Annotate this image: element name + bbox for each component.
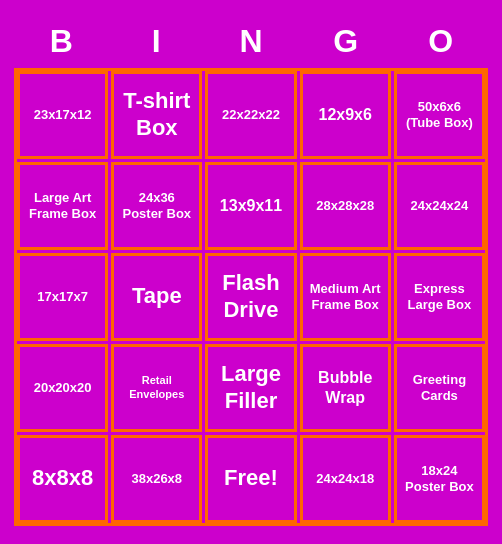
bingo-letter-b: B (14, 19, 109, 64)
bingo-cell-text-r0-c3: 12x9x6 (319, 105, 372, 124)
bingo-cell-r1-c3[interactable]: 28x28x28 (300, 162, 391, 250)
bingo-cell-r2-c2[interactable]: Flash Drive (205, 253, 296, 341)
bingo-cell-r1-c4[interactable]: 24x24x24 (394, 162, 485, 250)
bingo-cell-text-r1-c0: Large Art Frame Box (24, 190, 101, 221)
bingo-cell-text-r1-c2: 13x9x11 (220, 196, 282, 215)
bingo-cell-r0-c3[interactable]: 12x9x6 (300, 71, 391, 159)
bingo-cell-r1-c1[interactable]: 24x36 Poster Box (111, 162, 202, 250)
bingo-cell-text-r0-c4: 50x6x6 (Tube Box) (401, 99, 478, 130)
bingo-cell-r2-c4[interactable]: Express Large Box (394, 253, 485, 341)
bingo-grid: 23x17x12T-shirt Box22x22x2212x9x650x6x6 … (14, 68, 488, 526)
bingo-cell-text-r2-c3: Medium Art Frame Box (307, 281, 384, 312)
bingo-cell-r2-c3[interactable]: Medium Art Frame Box (300, 253, 391, 341)
bingo-cell-r0-c4[interactable]: 50x6x6 (Tube Box) (394, 71, 485, 159)
bingo-header: BINGO (14, 19, 488, 64)
bingo-cell-text-r3-c1: Retail Envelopes (118, 374, 195, 400)
bingo-cell-r0-c1[interactable]: T-shirt Box (111, 71, 202, 159)
bingo-cell-r3-c4[interactable]: Greeting Cards (394, 344, 485, 432)
bingo-cell-text-r3-c2: Large Filler (212, 361, 289, 414)
bingo-cell-r4-c0[interactable]: 8x8x8 (17, 435, 108, 523)
bingo-cell-text-r1-c1: 24x36 Poster Box (118, 190, 195, 221)
bingo-cell-text-r2-c0: 17x17x7 (37, 289, 88, 305)
bingo-cell-text-r4-c0: 8x8x8 (32, 465, 93, 491)
bingo-cell-r4-c2[interactable]: Free! (205, 435, 296, 523)
bingo-cell-r3-c1[interactable]: Retail Envelopes (111, 344, 202, 432)
bingo-cell-r1-c2[interactable]: 13x9x11 (205, 162, 296, 250)
bingo-cell-text-r3-c3: Bubble Wrap (307, 368, 384, 406)
bingo-cell-r4-c1[interactable]: 38x26x8 (111, 435, 202, 523)
bingo-cell-text-r0-c1: T-shirt Box (118, 88, 195, 141)
bingo-cell-text-r2-c1: Tape (132, 283, 182, 309)
bingo-letter-i: I (109, 19, 204, 64)
bingo-cell-r2-c1[interactable]: Tape (111, 253, 202, 341)
bingo-cell-text-r1-c4: 24x24x24 (410, 198, 468, 214)
bingo-cell-text-r4-c2: Free! (224, 465, 278, 491)
bingo-cell-r0-c0[interactable]: 23x17x12 (17, 71, 108, 159)
bingo-cell-text-r4-c1: 38x26x8 (131, 471, 182, 487)
bingo-cell-r1-c0[interactable]: Large Art Frame Box (17, 162, 108, 250)
bingo-card: BINGO 23x17x12T-shirt Box22x22x2212x9x65… (6, 11, 496, 534)
bingo-cell-text-r2-c2: Flash Drive (212, 270, 289, 323)
bingo-letter-n: N (204, 19, 299, 64)
bingo-cell-text-r0-c2: 22x22x22 (222, 107, 280, 123)
bingo-letter-g: G (298, 19, 393, 64)
bingo-cell-r3-c2[interactable]: Large Filler (205, 344, 296, 432)
bingo-cell-r3-c3[interactable]: Bubble Wrap (300, 344, 391, 432)
bingo-cell-r4-c3[interactable]: 24x24x18 (300, 435, 391, 523)
bingo-letter-o: O (393, 19, 488, 64)
bingo-cell-text-r3-c0: 20x20x20 (34, 380, 92, 396)
bingo-cell-r4-c4[interactable]: 18x24 Poster Box (394, 435, 485, 523)
bingo-cell-text-r4-c4: 18x24 Poster Box (401, 463, 478, 494)
bingo-cell-text-r4-c3: 24x24x18 (316, 471, 374, 487)
bingo-cell-r3-c0[interactable]: 20x20x20 (17, 344, 108, 432)
bingo-cell-r0-c2[interactable]: 22x22x22 (205, 71, 296, 159)
bingo-cell-text-r1-c3: 28x28x28 (316, 198, 374, 214)
bingo-cell-text-r2-c4: Express Large Box (401, 281, 478, 312)
bingo-cell-text-r3-c4: Greeting Cards (401, 372, 478, 403)
bingo-cell-r2-c0[interactable]: 17x17x7 (17, 253, 108, 341)
bingo-cell-text-r0-c0: 23x17x12 (34, 107, 92, 123)
